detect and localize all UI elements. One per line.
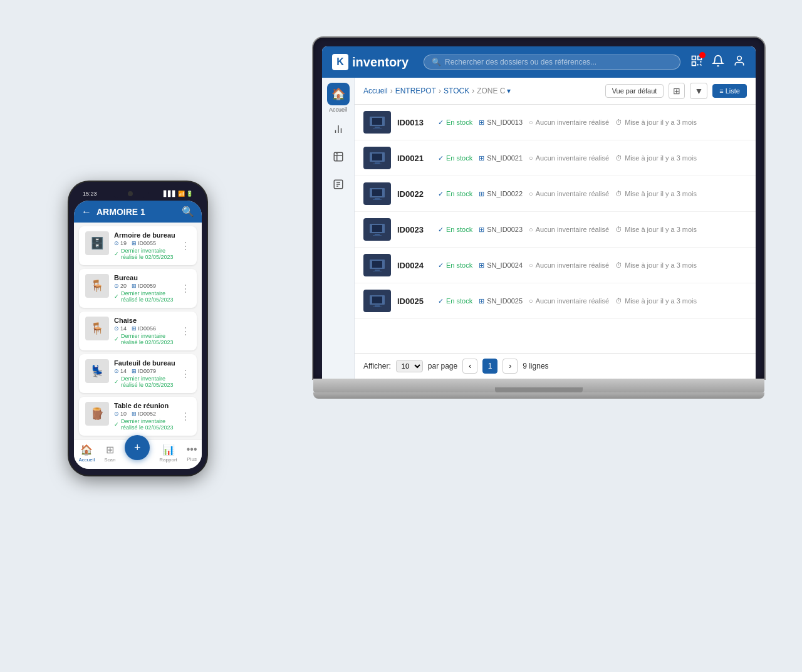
item-update-meta: ⏱ Mise à jour il y a 3 mois	[615, 154, 697, 162]
svg-rect-40	[372, 261, 382, 268]
clock-icon: ⏱	[615, 297, 622, 305]
sidebar: 🏠 Accueil	[322, 78, 355, 379]
table-row[interactable]: ID0024 ✓ En stock ⊞ SN_ID0024 ○ Aucun in…	[355, 248, 756, 283]
item-inventory: Aucun inventaire réalisé	[536, 297, 609, 305]
list-item[interactable]: 🪑 Bureau ⊙ 20 ⊞ ID0059 ✓ Dernier inventa…	[79, 269, 197, 308]
search-input[interactable]	[445, 58, 672, 66]
user-icon[interactable]	[733, 55, 746, 70]
sidebar-item-tasks[interactable]	[327, 145, 350, 168]
phone-id-chip: ⊞ ID0052	[132, 411, 156, 417]
wifi-icon: 📶	[178, 191, 185, 197]
qr-icon[interactable]	[690, 55, 703, 70]
pagination-bar: Afficher: 10 20 50 par page ‹ 1 › 9 lign…	[355, 353, 756, 379]
sidebar-item-stats[interactable]	[327, 118, 350, 140]
phone-nav-scan[interactable]: ⊞ Scan	[104, 444, 115, 463]
sidebar-home-label: Accueil	[329, 107, 347, 113]
table-row[interactable]: ID0021 ✓ En stock ⊞ SN_ID0021 ○ Aucun in…	[355, 140, 756, 176]
phone-count-chip: ⊙ 19	[114, 240, 127, 246]
phone-nav-plus[interactable]: ••• Plus	[187, 444, 197, 463]
home-icon: 🏠	[327, 83, 350, 105]
list-item[interactable]: 🗄️ Armoire de bureau ⊙ 19 ⊞ ID0055 ✓ Der…	[79, 226, 197, 265]
phone-item-meta: ⊙ 19 ⊞ ID0055	[114, 240, 175, 246]
app-title: inventory	[352, 55, 409, 70]
item-info: ID0025 ✓ En stock ⊞ SN_ID0025 ○ Aucun in…	[397, 297, 747, 306]
breadcrumb-stock[interactable]: STOCK	[444, 87, 469, 95]
svg-rect-42	[373, 271, 382, 271]
status-icon: ✓	[438, 118, 444, 127]
check-icon: ✓	[114, 421, 119, 428]
page-1-btn[interactable]: 1	[482, 359, 497, 374]
phone-id: ID0055	[138, 240, 156, 246]
search-bar[interactable]: 🔍	[424, 55, 680, 70]
item-status-meta: ✓ En stock	[438, 154, 472, 162]
laptop-device: K inventory 🔍	[313, 38, 764, 399]
item-id: ID0025	[397, 297, 432, 306]
item-inventory: Aucun inventaire réalisé	[536, 226, 609, 233]
list-item[interactable]: 🪑 Chaise ⊙ 14 ⊞ ID0056 ✓ Dernier inventa…	[79, 312, 197, 350]
phone-item-thumb: 🪵	[85, 402, 109, 426]
item-update-meta: ⏱ Mise à jour il y a 3 mois	[615, 297, 697, 305]
svg-rect-31	[375, 198, 380, 199]
tasks-icon	[327, 145, 350, 168]
item-inventory: Aucun inventaire réalisé	[536, 190, 609, 197]
breadcrumb: Accueil › ENTREPOT › STOCK › ZONE C ▾	[363, 87, 511, 95]
check-icon: ✓	[114, 336, 119, 342]
filter-btn[interactable]: ▼	[690, 83, 707, 99]
table-row[interactable]: ID0025 ✓ En stock ⊞ SN_ID0025 ○ Aucun in…	[355, 283, 756, 319]
phone-back-btn[interactable]: ←	[81, 206, 91, 218]
table-row[interactable]: ID0023 ✓ En stock ⊞ SN_ID0023 ○ Aucun in…	[355, 212, 756, 248]
phone-id: ID0059	[138, 283, 156, 289]
phone-item-more-btn[interactable]: ⋮	[180, 411, 190, 423]
svg-rect-11	[334, 152, 343, 161]
phone-count: 14	[120, 325, 127, 332]
prev-page-btn[interactable]: ‹	[462, 359, 477, 374]
breadcrumb-entrepot[interactable]: ENTREPOT	[395, 87, 436, 95]
phone-item-date: ✓ Dernier inventaire réalisé le 02/05/20…	[114, 375, 175, 388]
phone-count-icon: ⊙	[114, 368, 119, 374]
sn-icon: ⊞	[479, 190, 484, 198]
item-inventory-meta: ○ Aucun inventaire réalisé	[529, 261, 609, 269]
laptop-screen-inner: K inventory 🔍	[322, 46, 756, 379]
item-thumbnail	[363, 254, 391, 276]
table-row[interactable]: ID0022 ✓ En stock ⊞ SN_ID0022 ○ Aucun in…	[355, 176, 756, 212]
grid-view-btn[interactable]: ⊞	[669, 83, 685, 99]
item-sn: SN_ID0022	[487, 190, 523, 197]
phone-center-btn[interactable]: +	[125, 435, 150, 460]
phone-item-more-btn[interactable]: ⋮	[180, 283, 190, 295]
view-default-btn[interactable]: Vue par défaut	[605, 84, 664, 98]
next-page-btn[interactable]: ›	[503, 359, 518, 374]
phone-count: 20	[120, 283, 127, 289]
phone-item-body: Chaise ⊙ 14 ⊞ ID0056 ✓ Dernier inventair…	[114, 317, 175, 345]
item-status: En stock	[446, 190, 472, 197]
list-view-btn[interactable]: ≡ Liste	[712, 84, 747, 98]
stats-icon	[327, 118, 350, 140]
phone-count-icon: ⊙	[114, 411, 119, 417]
app-logo: K inventory	[332, 54, 414, 70]
sidebar-item-home[interactable]: 🏠 Accueil	[327, 83, 350, 113]
phone-item-more-btn[interactable]: ⋮	[180, 368, 190, 380]
list-item[interactable]: 🪵 Table de réunion ⊙ 10 ⊞ ID0052 ✓ Derni…	[79, 397, 197, 436]
phone-nav-home[interactable]: 🏠 Accueil	[78, 444, 95, 463]
total-label: 9 lignes	[523, 362, 548, 370]
phone-item-more-btn[interactable]: ⋮	[180, 325, 190, 337]
item-sn-meta: ⊞ SN_ID0013	[479, 118, 523, 127]
phone-nav-center[interactable]: +	[125, 444, 150, 463]
phone-id-chip: ⊞ ID0059	[132, 283, 156, 289]
breadcrumb-zone-dropdown[interactable]: ZONE C ▾	[477, 87, 510, 95]
per-page-select[interactable]: 10 20 50	[396, 360, 423, 372]
sidebar-item-docs[interactable]	[327, 173, 350, 196]
sep1: ›	[390, 87, 393, 95]
phone-item-body: Table de réunion ⊙ 10 ⊞ ID0052 ✓ Dernier…	[114, 402, 175, 431]
phone-count: 14	[120, 368, 127, 374]
phone-item-more-btn[interactable]: ⋮	[180, 240, 190, 252]
phone-id: ID0052	[138, 411, 156, 417]
phone-item-date: ✓ Dernier inventaire réalisé le 02/05/20…	[114, 418, 175, 431]
phone-item-name: Chaise	[114, 317, 175, 324]
list-item[interactable]: 💺 Fauteuil de bureau ⊙ 14 ⊞ ID0079 ✓ Der…	[79, 354, 197, 393]
breadcrumb-accueil[interactable]: Accueil	[363, 87, 388, 95]
bell-icon[interactable]	[712, 55, 724, 70]
phone-nav-rapport[interactable]: 📊 Rapport	[159, 444, 177, 463]
table-row[interactable]: ID0013 ✓ En stock ⊞ SN_ID0013 ○ Aucun in…	[355, 105, 756, 140]
phone-search-btn[interactable]: 🔍	[182, 206, 194, 218]
phone-plus-label: Plus	[187, 456, 197, 462]
